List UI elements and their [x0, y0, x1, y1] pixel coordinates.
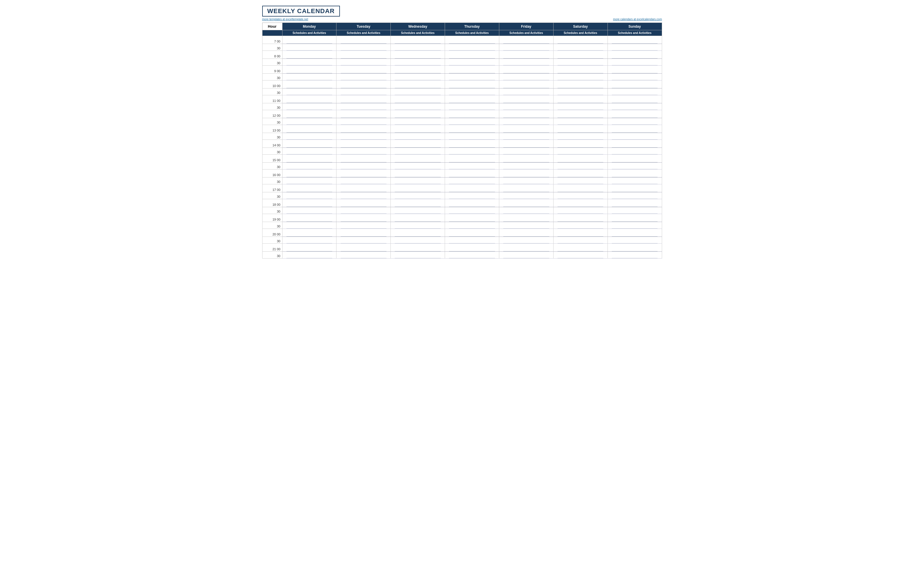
schedule-cell[interactable]: [608, 148, 662, 155]
schedule-cell[interactable]: [336, 66, 391, 73]
schedule-cell[interactable]: [608, 237, 662, 244]
schedule-cell[interactable]: [553, 222, 608, 229]
schedule-cell[interactable]: [553, 44, 608, 51]
schedule-cell[interactable]: [445, 192, 499, 199]
schedule-cell[interactable]: [553, 163, 608, 169]
schedule-cell[interactable]: [282, 244, 336, 252]
schedule-cell[interactable]: [391, 66, 445, 73]
schedule-cell[interactable]: [499, 244, 553, 252]
schedule-cell[interactable]: [445, 51, 499, 59]
schedule-cell[interactable]: [553, 252, 608, 259]
schedule-cell[interactable]: [336, 44, 391, 51]
schedule-cell[interactable]: [391, 73, 445, 81]
schedule-cell[interactable]: [336, 88, 391, 95]
schedule-cell[interactable]: [336, 95, 391, 103]
schedule-cell[interactable]: [499, 148, 553, 155]
schedule-cell[interactable]: [391, 169, 445, 178]
schedule-cell[interactable]: [499, 51, 553, 59]
schedule-cell[interactable]: [282, 44, 336, 51]
schedule-cell[interactable]: [445, 118, 499, 125]
schedule-cell[interactable]: [553, 140, 608, 148]
schedule-cell[interactable]: [553, 214, 608, 222]
schedule-cell[interactable]: [499, 103, 553, 110]
schedule-cell[interactable]: [282, 252, 336, 259]
schedule-cell[interactable]: [282, 36, 336, 44]
schedule-cell[interactable]: [282, 88, 336, 95]
schedule-cell[interactable]: [282, 192, 336, 199]
schedule-cell[interactable]: [608, 163, 662, 169]
schedule-cell[interactable]: [553, 178, 608, 184]
schedule-cell[interactable]: [553, 229, 608, 237]
schedule-cell[interactable]: [608, 169, 662, 178]
schedule-cell[interactable]: [553, 36, 608, 44]
schedule-cell[interactable]: [445, 36, 499, 44]
schedule-cell[interactable]: [336, 163, 391, 169]
schedule-cell[interactable]: [608, 103, 662, 110]
left-link[interactable]: more templates at exceltemplate.net: [262, 18, 308, 21]
schedule-cell[interactable]: [445, 95, 499, 103]
schedule-cell[interactable]: [608, 222, 662, 229]
schedule-cell[interactable]: [445, 184, 499, 192]
schedule-cell[interactable]: [391, 95, 445, 103]
schedule-cell[interactable]: [391, 51, 445, 59]
schedule-cell[interactable]: [499, 222, 553, 229]
schedule-cell[interactable]: [553, 103, 608, 110]
schedule-cell[interactable]: [499, 66, 553, 73]
schedule-cell[interactable]: [336, 214, 391, 222]
schedule-cell[interactable]: [553, 73, 608, 81]
schedule-cell[interactable]: [391, 36, 445, 44]
schedule-cell[interactable]: [445, 155, 499, 163]
schedule-cell[interactable]: [499, 169, 553, 178]
schedule-cell[interactable]: [553, 66, 608, 73]
schedule-cell[interactable]: [608, 252, 662, 259]
schedule-cell[interactable]: [336, 192, 391, 199]
schedule-cell[interactable]: [445, 81, 499, 88]
schedule-cell[interactable]: [499, 252, 553, 259]
schedule-cell[interactable]: [608, 140, 662, 148]
schedule-cell[interactable]: [553, 192, 608, 199]
schedule-cell[interactable]: [391, 140, 445, 148]
schedule-cell[interactable]: [445, 207, 499, 214]
schedule-cell[interactable]: [445, 178, 499, 184]
schedule-cell[interactable]: [282, 169, 336, 178]
schedule-cell[interactable]: [553, 155, 608, 163]
schedule-cell[interactable]: [445, 66, 499, 73]
schedule-cell[interactable]: [499, 184, 553, 192]
schedule-cell[interactable]: [499, 207, 553, 214]
schedule-cell[interactable]: [336, 110, 391, 118]
schedule-cell[interactable]: [553, 237, 608, 244]
schedule-cell[interactable]: [391, 118, 445, 125]
schedule-cell[interactable]: [282, 207, 336, 214]
schedule-cell[interactable]: [445, 133, 499, 140]
schedule-cell[interactable]: [336, 178, 391, 184]
schedule-cell[interactable]: [553, 110, 608, 118]
schedule-cell[interactable]: [282, 214, 336, 222]
schedule-cell[interactable]: [608, 59, 662, 66]
schedule-cell[interactable]: [608, 81, 662, 88]
schedule-cell[interactable]: [336, 169, 391, 178]
schedule-cell[interactable]: [553, 184, 608, 192]
schedule-cell[interactable]: [282, 199, 336, 207]
schedule-cell[interactable]: [282, 95, 336, 103]
schedule-cell[interactable]: [553, 95, 608, 103]
schedule-cell[interactable]: [336, 222, 391, 229]
schedule-cell[interactable]: [391, 222, 445, 229]
schedule-cell[interactable]: [391, 184, 445, 192]
schedule-cell[interactable]: [553, 88, 608, 95]
schedule-cell[interactable]: [282, 59, 336, 66]
schedule-cell[interactable]: [282, 237, 336, 244]
schedule-cell[interactable]: [391, 199, 445, 207]
schedule-cell[interactable]: [553, 199, 608, 207]
schedule-cell[interactable]: [391, 88, 445, 95]
schedule-cell[interactable]: [499, 133, 553, 140]
schedule-cell[interactable]: [391, 178, 445, 184]
schedule-cell[interactable]: [391, 44, 445, 51]
schedule-cell[interactable]: [445, 229, 499, 237]
schedule-cell[interactable]: [336, 103, 391, 110]
schedule-cell[interactable]: [608, 184, 662, 192]
schedule-cell[interactable]: [336, 155, 391, 163]
right-link[interactable]: more calendars at excelcalendars.com: [613, 18, 662, 21]
schedule-cell[interactable]: [391, 103, 445, 110]
schedule-cell[interactable]: [499, 81, 553, 88]
schedule-cell[interactable]: [608, 51, 662, 59]
